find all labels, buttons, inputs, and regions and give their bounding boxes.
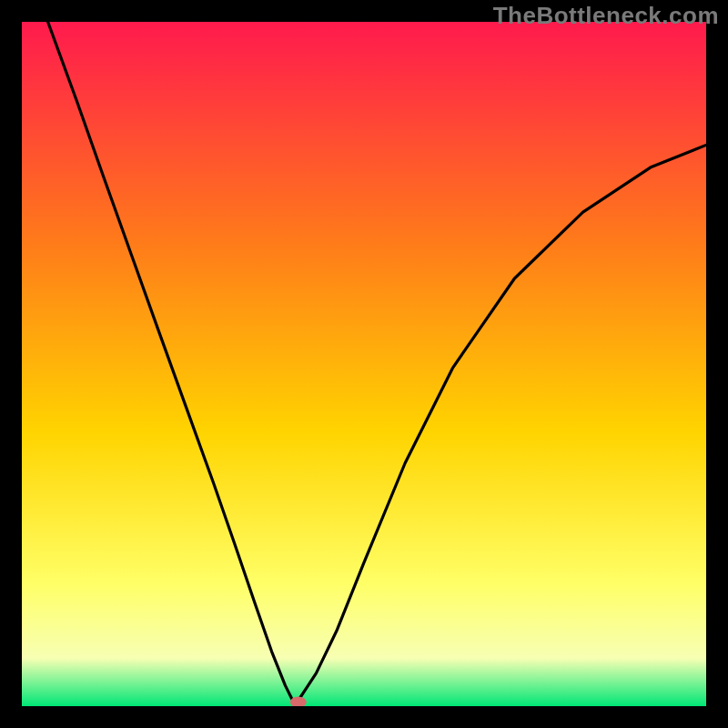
gradient-background <box>22 22 706 706</box>
chart-svg <box>22 22 706 706</box>
plot-area <box>22 22 706 706</box>
watermark-text: TheBottleneck.com <box>493 2 719 30</box>
chart-frame: { "watermark": "TheBottleneck.com", "mar… <box>0 0 728 728</box>
